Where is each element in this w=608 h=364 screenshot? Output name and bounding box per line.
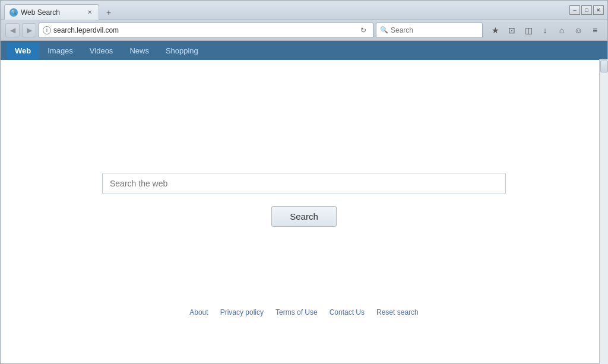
home-icon[interactable]: ⌂ <box>554 23 569 38</box>
refresh-button[interactable]: ↻ <box>357 24 369 36</box>
browser-search-input[interactable] <box>391 26 479 34</box>
address-bar: ◀ ▶ i ↻ 🔍 ★ ⊡ ◫ ↓ ⌂ ☺ ≡ <box>1 20 607 41</box>
search-icon: 🔍 <box>380 26 388 34</box>
search-section: Search <box>102 173 506 227</box>
nav-tab-videos[interactable]: Videos <box>81 43 122 59</box>
minimize-button[interactable]: – <box>569 5 580 15</box>
new-tab-button[interactable]: + <box>102 6 116 19</box>
bookmark-icon[interactable]: ★ <box>487 23 503 38</box>
menu-icon[interactable]: ≡ <box>587 23 603 38</box>
tab-bar: 🔍 Web Search ✕ + <box>4 1 565 19</box>
footer-link-privacy[interactable]: Privacy policy <box>220 308 264 316</box>
nav-tab-shopping[interactable]: Shopping <box>157 43 207 59</box>
emoji-icon[interactable]: ☺ <box>571 23 586 38</box>
main-content: Search About Privacy policy Terms of Use… <box>1 60 607 363</box>
url-bar[interactable]: i ↻ <box>39 23 373 38</box>
browser-search-bar[interactable]: 🔍 <box>376 23 483 38</box>
info-icon: i <box>43 26 51 34</box>
nav-tab-news[interactable]: News <box>121 43 157 59</box>
nav-tab-web[interactable]: Web <box>7 43 39 59</box>
nav-tabs-bar: Web Images Videos News Shopping <box>1 41 607 60</box>
forward-button[interactable]: ▶ <box>22 23 36 37</box>
main-search-input[interactable] <box>102 173 506 194</box>
scrollbar[interactable] <box>599 59 608 364</box>
toolbar-icons: ★ ⊡ ◫ ↓ ⌂ ☺ ≡ <box>487 23 603 38</box>
active-tab[interactable]: 🔍 Web Search ✕ <box>4 4 99 20</box>
nav-tab-images[interactable]: Images <box>39 43 81 59</box>
pocket-icon[interactable]: ◫ <box>521 23 536 38</box>
close-button[interactable]: ✕ <box>593 5 604 15</box>
footer-links: About Privacy policy Terms of Use Contac… <box>0 308 608 316</box>
window-controls: – □ ✕ <box>569 5 604 15</box>
maximize-button[interactable]: □ <box>581 5 592 15</box>
scrollbar-thumb[interactable] <box>600 61 608 72</box>
tab-close-button[interactable]: ✕ <box>86 8 94 17</box>
shield-icon[interactable]: ⊡ <box>504 23 520 38</box>
tab-title: Web Search <box>21 8 60 17</box>
footer-link-terms[interactable]: Terms of Use <box>276 308 318 316</box>
back-button[interactable]: ◀ <box>5 23 20 37</box>
footer-link-reset[interactable]: Reset search <box>376 308 419 316</box>
download-icon[interactable]: ↓ <box>537 23 553 38</box>
url-input[interactable] <box>53 26 356 34</box>
tab-favicon: 🔍 <box>10 8 18 17</box>
footer-link-about[interactable]: About <box>189 308 208 316</box>
title-bar: 🔍 Web Search ✕ + – □ ✕ <box>1 1 607 20</box>
main-search-button[interactable]: Search <box>271 206 337 227</box>
footer-link-contact[interactable]: Contact Us <box>330 308 365 316</box>
